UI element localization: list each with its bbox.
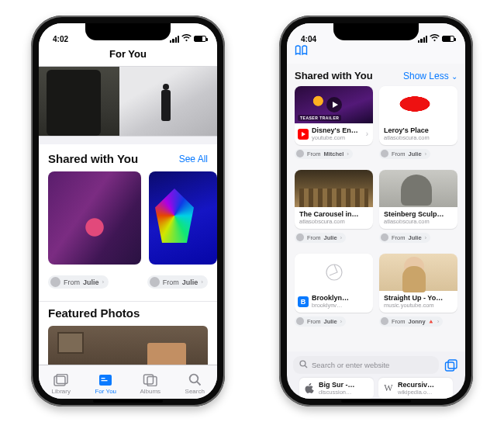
tab-title: Big Sur -…	[319, 381, 369, 389]
from-pill[interactable]: From Julie›	[295, 316, 346, 327]
iphone-photos: 4:02 For You Shared with You See All	[31, 16, 225, 406]
shared-card[interactable]: Leroy's Placeatlasobscura.com	[379, 86, 457, 145]
open-tabs-strip: Big Sur -…discussion…WRecursiv…wikipedia…	[293, 374, 459, 399]
show-less-link[interactable]: Show Less ⌄	[403, 71, 457, 81]
cellular-icon	[170, 36, 179, 43]
from-name: Julie	[409, 234, 422, 241]
shared-thumb-1[interactable]	[48, 171, 141, 265]
card-thumb	[295, 86, 373, 123]
home-indicator[interactable]	[341, 400, 411, 403]
from-name: Mitchel	[324, 150, 344, 157]
open-tab[interactable]: WRecursiv…wikipedia.o…	[378, 378, 453, 399]
card-meta: BBrooklyn…brooklynv…	[295, 291, 373, 313]
battery-icon	[442, 36, 454, 42]
tab-search[interactable]: Search	[173, 373, 218, 395]
card-thumb	[379, 254, 457, 291]
shared-card[interactable]: Disney's En…youtube.com›	[295, 86, 373, 145]
for-you-scroll[interactable]: Shared with You See All From Julie	[39, 67, 217, 365]
shared-card[interactable]: BBrooklyn…brooklynv…	[295, 254, 373, 313]
shared-card[interactable]: Straight Up - Yo…music.youtube.com	[379, 254, 457, 313]
shared-card[interactable]: Steinberg Sculp…atlasobscura.com	[379, 170, 457, 229]
svg-rect-4	[102, 380, 108, 381]
from-pill[interactable]: From Mitchel›	[295, 149, 353, 159]
from-pill-2[interactable]: From Julie ›	[147, 275, 208, 289]
shared-title: Shared with You	[48, 152, 138, 165]
tab-albums[interactable]: Albums	[128, 373, 173, 395]
screen-safari: 4:04 Shared with You Show Less ⌄	[287, 23, 465, 399]
card-title: Straight Up - Yo…	[384, 294, 453, 302]
card-meta: Disney's En…youtube.com›	[295, 123, 373, 145]
shared-thumb-2[interactable]	[149, 171, 217, 265]
svg-point-10	[300, 361, 306, 366]
chevron-right-icon: ›	[425, 234, 427, 241]
bookmarks-icon[interactable]	[295, 45, 308, 58]
svg-rect-12	[446, 362, 454, 371]
from-name: Julie	[324, 318, 337, 325]
shared-from-row: From Julie › From Julie ›	[39, 272, 217, 302]
tab-for-you[interactable]: For You	[84, 373, 129, 395]
card-thumb	[295, 170, 373, 207]
open-tab[interactable]: Big Sur -…discussion…	[299, 378, 374, 399]
featured-title: Featured Photos	[48, 306, 140, 320]
tabs-button[interactable]	[444, 358, 459, 372]
shared-grid: Disney's En…youtube.com›From Mitchel›Ler…	[287, 86, 465, 333]
search-icon	[187, 373, 202, 387]
search-placeholder: Search or enter website	[312, 361, 389, 369]
home-indicator[interactable]	[93, 400, 163, 403]
from-name: Jonny 🔺	[409, 318, 434, 325]
status-icons	[418, 34, 454, 43]
featured-photo-1[interactable]	[48, 326, 208, 365]
card-subtitle: atlasobscura.com	[299, 218, 368, 225]
chevron-right-icon: ›	[437, 318, 440, 325]
safari-bottom-bar: Search or enter website Big Sur -…discus…	[287, 351, 465, 399]
svg-point-7	[189, 375, 198, 383]
svg-rect-13	[448, 360, 457, 368]
from-prefix: From	[64, 278, 80, 286]
see-all-link[interactable]: See All	[179, 154, 208, 164]
from-pill[interactable]: From Julie›	[379, 233, 430, 243]
card-title: Steinberg Sculp…	[384, 210, 453, 218]
card-title: Disney's En…	[312, 126, 363, 134]
card-title: Brooklyn…	[312, 294, 368, 302]
chevron-right-icon: ›	[425, 150, 427, 157]
albums-icon	[143, 373, 158, 387]
shared-card[interactable]: The Carousel in…atlasobscura.com	[295, 170, 373, 229]
from-pill[interactable]: From Jonny 🔺›	[379, 316, 443, 327]
card-title: Leroy's Place	[384, 126, 453, 134]
from-row: From Julie›	[379, 145, 457, 165]
card-meta: The Carousel in…atlasobscura.com	[295, 207, 373, 229]
avatar	[150, 277, 160, 287]
favicon	[298, 129, 309, 140]
shared-strip[interactable]	[39, 171, 217, 272]
card-meta: Straight Up - Yo…music.youtube.com	[379, 291, 457, 313]
memory-hero[interactable]	[39, 67, 217, 137]
card-subtitle: atlasobscura.com	[384, 134, 453, 141]
chevron-right-icon: ›	[102, 278, 105, 285]
tab-favicon: W	[383, 383, 394, 394]
from-pill-1[interactable]: From Julie ›	[48, 275, 109, 289]
card-thumb	[295, 254, 373, 291]
tab-title: Recursiv…	[398, 381, 448, 389]
from-pill[interactable]: From Julie›	[379, 149, 430, 159]
iphone-safari: 4:04 Shared with You Show Less ⌄	[279, 16, 473, 406]
chevron-down-icon: ⌄	[451, 72, 457, 81]
svg-line-8	[197, 382, 201, 386]
svg-point-9	[326, 265, 342, 280]
chevron-right-icon: ›	[340, 318, 343, 325]
search-icon	[299, 360, 308, 370]
tab-subtitle: wikipedia.o…	[398, 389, 448, 396]
from-name: Julie	[409, 150, 422, 157]
url-search-field[interactable]: Search or enter website	[293, 356, 439, 374]
featured-photos-section: Featured Photos	[39, 302, 217, 365]
play-icon	[326, 97, 342, 112]
safari-start-scroll[interactable]: Shared with You Show Less ⌄ Disney's En……	[287, 64, 465, 351]
avatar	[381, 150, 388, 157]
avatar	[50, 277, 60, 287]
from-pill[interactable]: From Julie›	[295, 233, 346, 243]
cellular-icon	[418, 36, 427, 43]
tab-subtitle: discussion…	[319, 389, 369, 396]
tab-library[interactable]: Library	[39, 373, 84, 395]
wifi-icon	[181, 34, 192, 43]
nav-title: For You	[39, 43, 217, 67]
chevron-right-icon: ›	[201, 278, 203, 285]
